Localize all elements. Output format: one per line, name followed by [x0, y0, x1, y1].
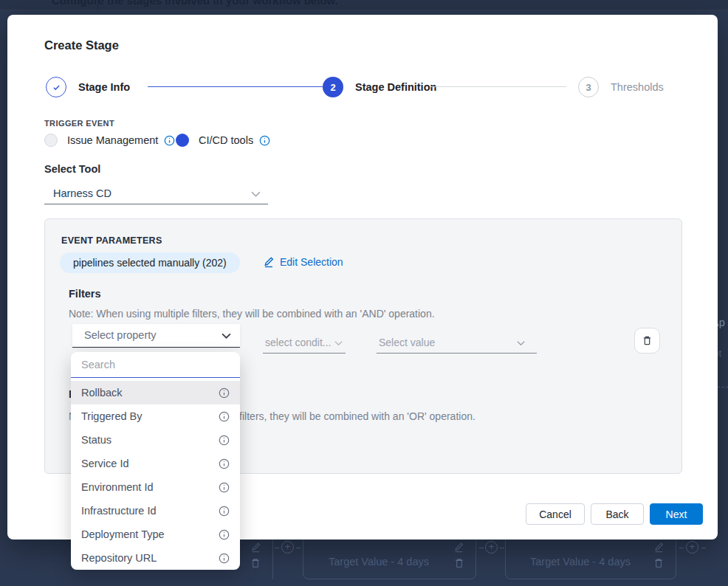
dropdown-item-label: Infrastructure Id: [81, 505, 219, 517]
property-select-placeholder: Select property: [84, 329, 157, 341]
tool-select[interactable]: Harness CD: [44, 183, 268, 204]
dropdown-item-repository-url[interactable]: Repository URL: [71, 546, 240, 570]
pencil-icon: [263, 256, 275, 268]
stepper-step-thresholds[interactable]: 3 Thresholds: [578, 77, 664, 97]
dropdown-item-status[interactable]: Status: [71, 428, 240, 452]
pencil-icon: [250, 542, 261, 553]
dropdown-item-label: Status: [81, 434, 219, 446]
event-parameters-heading: EVENT PARAMETERS: [61, 235, 162, 246]
step-number-circle: 3: [578, 77, 599, 97]
chevron-down-icon: [334, 340, 343, 346]
radio-label: Issue Management: [67, 134, 158, 146]
connector-dash: [718, 387, 728, 387]
connector-dash: [679, 548, 684, 548]
trash-icon: [453, 557, 465, 569]
radio-label: CI/CD tools: [199, 134, 253, 146]
info-icon[interactable]: [219, 529, 230, 540]
check-icon: [52, 83, 61, 92]
property-select[interactable]: Select property: [72, 324, 240, 348]
background-card-label: Target Value - 4 days: [530, 556, 631, 568]
info-icon[interactable]: [219, 553, 230, 564]
dropdown-item-rollback[interactable]: Rollback: [71, 381, 240, 404]
chevron-down-icon: [251, 191, 261, 197]
trash-icon: [653, 557, 665, 569]
dropdown-item-label: Deployment Type: [81, 528, 219, 540]
connector-dash: [500, 548, 504, 548]
dropdown-item-infrastructure-id[interactable]: Infrastructure Id: [71, 499, 240, 523]
dropdown-item-deployment-type[interactable]: Deployment Type: [71, 523, 240, 546]
dropdown-list: Rollback Triggered By Status Service Id …: [71, 378, 240, 570]
back-button[interactable]: Back: [591, 503, 644, 525]
background-card-label: Target Value - 4 days: [329, 556, 429, 568]
connector-dash: [479, 548, 484, 548]
connector-dash: [296, 548, 301, 548]
plus-icon: +: [485, 541, 498, 554]
edit-selection-link[interactable]: Edit Selection: [263, 256, 343, 268]
radio-issue-management[interactable]: Issue Management: [44, 134, 175, 147]
cancel-button[interactable]: Cancel: [526, 503, 585, 525]
info-icon[interactable]: [219, 411, 230, 422]
stepper-connector: [430, 86, 566, 87]
chevron-down-icon: [517, 340, 525, 346]
step-label: Stage Info: [78, 81, 130, 93]
info-icon[interactable]: [219, 387, 230, 399]
edit-selection-label: Edit Selection: [280, 256, 343, 268]
trash-icon: [250, 557, 261, 569]
info-icon[interactable]: [164, 135, 175, 146]
info-icon[interactable]: [259, 135, 270, 146]
value-select-placeholder: Select value: [379, 337, 435, 348]
step-label: Stage Definition: [355, 81, 436, 93]
filters-heading: Filters: [69, 288, 101, 300]
property-dropdown: Rollback Triggered By Status Service Id …: [71, 352, 240, 570]
delete-filter-button[interactable]: [634, 328, 660, 354]
info-icon[interactable]: [219, 458, 230, 469]
pencil-icon: [453, 542, 464, 553]
radio-icon: [44, 134, 58, 147]
dropdown-item-service-id[interactable]: Service Id: [71, 452, 240, 475]
stepper-step-stage-definition[interactable]: 2 Stage Definition: [323, 77, 436, 97]
value-select[interactable]: Select value: [377, 335, 537, 354]
plus-icon: +: [686, 541, 698, 554]
dropdown-item-label: Triggered By: [81, 410, 219, 422]
dropdown-item-triggered-by[interactable]: Triggered By: [71, 404, 240, 428]
stepper-connector: [148, 86, 323, 87]
condition-select-placeholder: select condit...: [265, 337, 332, 348]
dropdown-item-label: Service Id: [81, 458, 219, 469]
dropdown-item-environment-id[interactable]: Environment Id: [71, 475, 240, 499]
radio-icon: [176, 134, 189, 147]
condition-select[interactable]: select condit...: [263, 335, 346, 354]
tool-select-value: Harness CD: [53, 187, 111, 199]
plus-icon: +: [281, 541, 294, 554]
chevron-down-icon: [222, 333, 231, 339]
info-icon[interactable]: [219, 482, 230, 493]
select-tool-label: Select Tool: [44, 163, 100, 175]
pencil-icon: [653, 542, 665, 553]
selection-pill: pipelines selected manually (202): [60, 252, 240, 273]
dropdown-search: [71, 352, 240, 378]
connector-dash: [701, 548, 706, 548]
background-page-subtitle: Configure the stages involved in your wo…: [52, 0, 338, 7]
stepper-step-stage-info[interactable]: Stage Info: [46, 77, 130, 97]
trash-icon: [642, 335, 653, 346]
radio-cicd-tools[interactable]: CI/CD tools: [176, 134, 270, 147]
info-icon[interactable]: [219, 435, 230, 446]
step-complete-circle: [46, 77, 66, 97]
info-icon[interactable]: [219, 506, 230, 517]
step-label: Thresholds: [611, 81, 664, 93]
next-button[interactable]: Next: [650, 503, 703, 525]
dropdown-item-label: Repository URL: [81, 552, 219, 564]
dialog-title: Create Stage: [44, 38, 119, 52]
search-input[interactable]: [71, 352, 240, 376]
dropdown-item-label: Rollback: [81, 387, 219, 399]
background-card-edge: [272, 540, 273, 579]
trigger-event-label: TRIGGER EVENT: [44, 119, 114, 128]
filters-note: Note: When using multiple filters, they …: [69, 308, 435, 320]
connector-dash: [275, 548, 279, 548]
step-number-circle: 2: [323, 77, 343, 97]
dropdown-item-label: Environment Id: [81, 481, 219, 493]
